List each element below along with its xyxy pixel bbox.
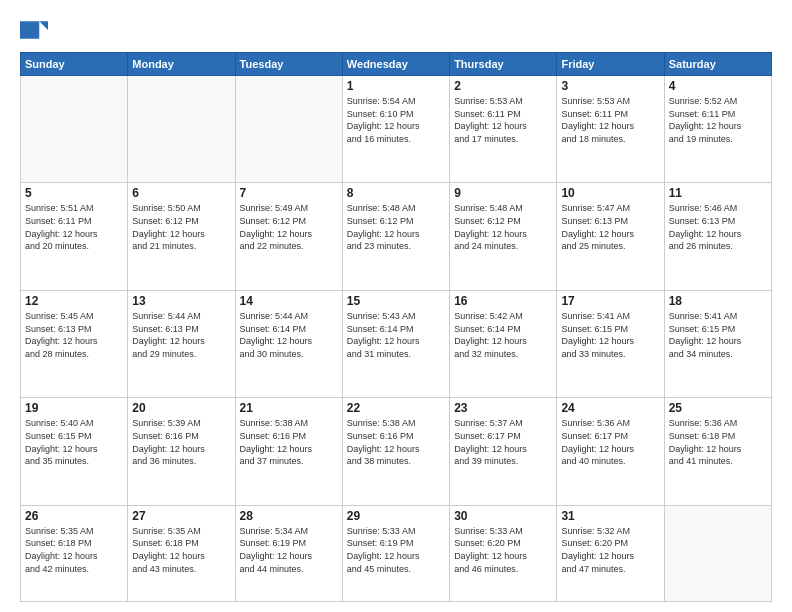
weekday-header-friday: Friday [557, 53, 664, 76]
day-info: Sunrise: 5:43 AMSunset: 6:14 PMDaylight:… [347, 310, 445, 360]
calendar-cell: 18Sunrise: 5:41 AMSunset: 6:15 PMDayligh… [664, 290, 771, 397]
day-number: 27 [132, 509, 230, 523]
calendar-cell: 10Sunrise: 5:47 AMSunset: 6:13 PMDayligh… [557, 183, 664, 290]
day-number: 13 [132, 294, 230, 308]
calendar-week-5: 26Sunrise: 5:35 AMSunset: 6:18 PMDayligh… [21, 505, 772, 601]
day-number: 17 [561, 294, 659, 308]
calendar-cell: 1Sunrise: 5:54 AMSunset: 6:10 PMDaylight… [342, 76, 449, 183]
day-number: 10 [561, 186, 659, 200]
day-info: Sunrise: 5:49 AMSunset: 6:12 PMDaylight:… [240, 202, 338, 252]
calendar-cell: 15Sunrise: 5:43 AMSunset: 6:14 PMDayligh… [342, 290, 449, 397]
day-info: Sunrise: 5:34 AMSunset: 6:19 PMDaylight:… [240, 525, 338, 575]
calendar-cell: 30Sunrise: 5:33 AMSunset: 6:20 PMDayligh… [450, 505, 557, 601]
day-number: 6 [132, 186, 230, 200]
calendar-cell: 13Sunrise: 5:44 AMSunset: 6:13 PMDayligh… [128, 290, 235, 397]
day-info: Sunrise: 5:50 AMSunset: 6:12 PMDaylight:… [132, 202, 230, 252]
day-number: 3 [561, 79, 659, 93]
calendar-cell: 31Sunrise: 5:32 AMSunset: 6:20 PMDayligh… [557, 505, 664, 601]
calendar-cell: 23Sunrise: 5:37 AMSunset: 6:17 PMDayligh… [450, 398, 557, 505]
calendar-cell: 3Sunrise: 5:53 AMSunset: 6:11 PMDaylight… [557, 76, 664, 183]
logo-icon [20, 16, 48, 44]
day-number: 28 [240, 509, 338, 523]
day-number: 11 [669, 186, 767, 200]
day-info: Sunrise: 5:48 AMSunset: 6:12 PMDaylight:… [454, 202, 552, 252]
calendar-cell: 8Sunrise: 5:48 AMSunset: 6:12 PMDaylight… [342, 183, 449, 290]
day-info: Sunrise: 5:54 AMSunset: 6:10 PMDaylight:… [347, 95, 445, 145]
day-info: Sunrise: 5:36 AMSunset: 6:17 PMDaylight:… [561, 417, 659, 467]
day-info: Sunrise: 5:41 AMSunset: 6:15 PMDaylight:… [669, 310, 767, 360]
calendar-cell: 14Sunrise: 5:44 AMSunset: 6:14 PMDayligh… [235, 290, 342, 397]
day-number: 22 [347, 401, 445, 415]
calendar-cell: 2Sunrise: 5:53 AMSunset: 6:11 PMDaylight… [450, 76, 557, 183]
day-info: Sunrise: 5:42 AMSunset: 6:14 PMDaylight:… [454, 310, 552, 360]
day-info: Sunrise: 5:40 AMSunset: 6:15 PMDaylight:… [25, 417, 123, 467]
day-info: Sunrise: 5:45 AMSunset: 6:13 PMDaylight:… [25, 310, 123, 360]
calendar-cell [21, 76, 128, 183]
day-info: Sunrise: 5:53 AMSunset: 6:11 PMDaylight:… [561, 95, 659, 145]
calendar-cell: 17Sunrise: 5:41 AMSunset: 6:15 PMDayligh… [557, 290, 664, 397]
weekday-header-sunday: Sunday [21, 53, 128, 76]
calendar-table: SundayMondayTuesdayWednesdayThursdayFrid… [20, 52, 772, 602]
day-info: Sunrise: 5:33 AMSunset: 6:20 PMDaylight:… [454, 525, 552, 575]
day-number: 25 [669, 401, 767, 415]
day-number: 2 [454, 79, 552, 93]
page: SundayMondayTuesdayWednesdayThursdayFrid… [0, 0, 792, 612]
calendar-cell: 11Sunrise: 5:46 AMSunset: 6:13 PMDayligh… [664, 183, 771, 290]
calendar-cell: 26Sunrise: 5:35 AMSunset: 6:18 PMDayligh… [21, 505, 128, 601]
calendar-cell: 22Sunrise: 5:38 AMSunset: 6:16 PMDayligh… [342, 398, 449, 505]
weekday-header-saturday: Saturday [664, 53, 771, 76]
day-number: 29 [347, 509, 445, 523]
calendar-cell: 16Sunrise: 5:42 AMSunset: 6:14 PMDayligh… [450, 290, 557, 397]
day-info: Sunrise: 5:37 AMSunset: 6:17 PMDaylight:… [454, 417, 552, 467]
day-number: 26 [25, 509, 123, 523]
weekday-header-thursday: Thursday [450, 53, 557, 76]
calendar-cell: 29Sunrise: 5:33 AMSunset: 6:19 PMDayligh… [342, 505, 449, 601]
day-number: 31 [561, 509, 659, 523]
calendar-cell: 9Sunrise: 5:48 AMSunset: 6:12 PMDaylight… [450, 183, 557, 290]
day-number: 9 [454, 186, 552, 200]
calendar-week-4: 19Sunrise: 5:40 AMSunset: 6:15 PMDayligh… [21, 398, 772, 505]
calendar-cell: 7Sunrise: 5:49 AMSunset: 6:12 PMDaylight… [235, 183, 342, 290]
day-number: 14 [240, 294, 338, 308]
calendar-cell [235, 76, 342, 183]
svg-rect-1 [20, 21, 39, 30]
day-number: 15 [347, 294, 445, 308]
day-info: Sunrise: 5:39 AMSunset: 6:16 PMDaylight:… [132, 417, 230, 467]
day-info: Sunrise: 5:32 AMSunset: 6:20 PMDaylight:… [561, 525, 659, 575]
header [20, 16, 772, 44]
day-number: 7 [240, 186, 338, 200]
day-info: Sunrise: 5:44 AMSunset: 6:14 PMDaylight:… [240, 310, 338, 360]
calendar-cell [128, 76, 235, 183]
day-number: 24 [561, 401, 659, 415]
calendar-cell: 20Sunrise: 5:39 AMSunset: 6:16 PMDayligh… [128, 398, 235, 505]
logo [20, 16, 52, 44]
day-number: 21 [240, 401, 338, 415]
day-info: Sunrise: 5:36 AMSunset: 6:18 PMDaylight:… [669, 417, 767, 467]
day-info: Sunrise: 5:38 AMSunset: 6:16 PMDaylight:… [347, 417, 445, 467]
day-number: 20 [132, 401, 230, 415]
day-info: Sunrise: 5:52 AMSunset: 6:11 PMDaylight:… [669, 95, 767, 145]
day-number: 19 [25, 401, 123, 415]
day-info: Sunrise: 5:41 AMSunset: 6:15 PMDaylight:… [561, 310, 659, 360]
calendar-cell: 5Sunrise: 5:51 AMSunset: 6:11 PMDaylight… [21, 183, 128, 290]
weekday-header-tuesday: Tuesday [235, 53, 342, 76]
day-info: Sunrise: 5:35 AMSunset: 6:18 PMDaylight:… [25, 525, 123, 575]
day-number: 16 [454, 294, 552, 308]
calendar-cell: 25Sunrise: 5:36 AMSunset: 6:18 PMDayligh… [664, 398, 771, 505]
day-info: Sunrise: 5:46 AMSunset: 6:13 PMDaylight:… [669, 202, 767, 252]
day-number: 18 [669, 294, 767, 308]
weekday-header-monday: Monday [128, 53, 235, 76]
calendar-cell: 27Sunrise: 5:35 AMSunset: 6:18 PMDayligh… [128, 505, 235, 601]
calendar-week-1: 1Sunrise: 5:54 AMSunset: 6:10 PMDaylight… [21, 76, 772, 183]
calendar-cell: 21Sunrise: 5:38 AMSunset: 6:16 PMDayligh… [235, 398, 342, 505]
svg-marker-0 [39, 21, 48, 30]
calendar-cell: 24Sunrise: 5:36 AMSunset: 6:17 PMDayligh… [557, 398, 664, 505]
day-info: Sunrise: 5:44 AMSunset: 6:13 PMDaylight:… [132, 310, 230, 360]
day-info: Sunrise: 5:53 AMSunset: 6:11 PMDaylight:… [454, 95, 552, 145]
day-info: Sunrise: 5:51 AMSunset: 6:11 PMDaylight:… [25, 202, 123, 252]
svg-rect-2 [20, 30, 39, 39]
calendar-cell: 28Sunrise: 5:34 AMSunset: 6:19 PMDayligh… [235, 505, 342, 601]
calendar-cell: 4Sunrise: 5:52 AMSunset: 6:11 PMDaylight… [664, 76, 771, 183]
calendar-cell: 12Sunrise: 5:45 AMSunset: 6:13 PMDayligh… [21, 290, 128, 397]
day-info: Sunrise: 5:35 AMSunset: 6:18 PMDaylight:… [132, 525, 230, 575]
